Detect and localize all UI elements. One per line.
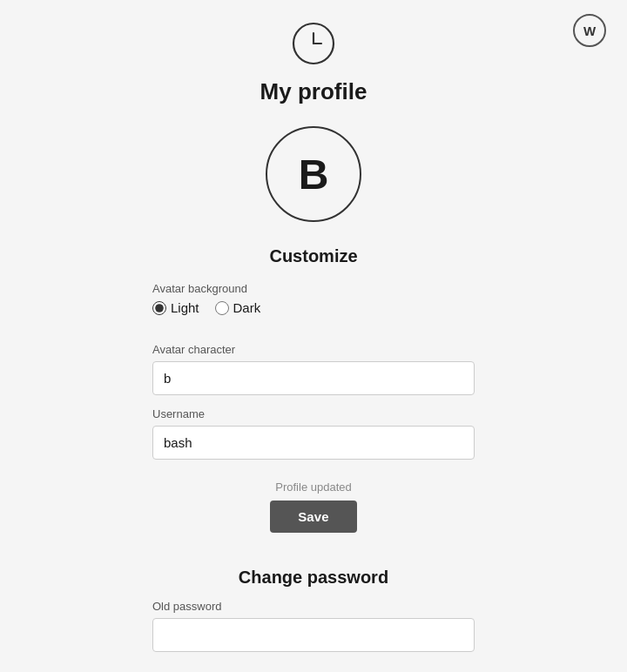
avatar-background-group: Avatar background Light Dark	[152, 282, 475, 331]
radio-light-label: Light	[171, 300, 199, 315]
radio-dark[interactable]	[215, 301, 229, 315]
clock-icon	[291, 21, 336, 66]
avatar-character-input[interactable]	[152, 361, 475, 395]
radio-light[interactable]	[152, 301, 166, 315]
avatar-background-label: Avatar background	[152, 282, 475, 295]
avatar-background-radio-group: Light Dark	[152, 300, 475, 315]
username-group: Username	[152, 407, 475, 460]
avatar-character-label: Avatar character	[152, 343, 475, 356]
top-right-avatar-label: W	[583, 24, 596, 38]
radio-dark-label: Dark	[233, 300, 261, 315]
change-password-form: Old password	[152, 600, 475, 664]
username-label: Username	[152, 407, 475, 420]
profile-updated-text: Profile updated	[152, 480, 475, 494]
radio-option-dark[interactable]: Dark	[215, 300, 261, 315]
username-input[interactable]	[152, 426, 475, 460]
profile-avatar-character: B	[299, 151, 329, 198]
profile-avatar: B	[266, 126, 361, 222]
change-password-title: Change password	[239, 568, 388, 588]
customize-form: Avatar background Light Dark Avatar char…	[152, 282, 475, 533]
page-title: My profile	[260, 78, 367, 105]
customize-title: Customize	[269, 246, 357, 266]
save-button[interactable]: Save	[270, 501, 357, 533]
radio-option-light[interactable]: Light	[152, 300, 199, 315]
old-password-label: Old password	[152, 600, 475, 613]
old-password-input[interactable]	[152, 618, 475, 652]
old-password-group: Old password	[152, 600, 475, 652]
avatar-character-group: Avatar character	[152, 343, 475, 395]
clock-icon-wrapper	[291, 21, 336, 66]
top-right-avatar[interactable]: W	[573, 14, 606, 47]
